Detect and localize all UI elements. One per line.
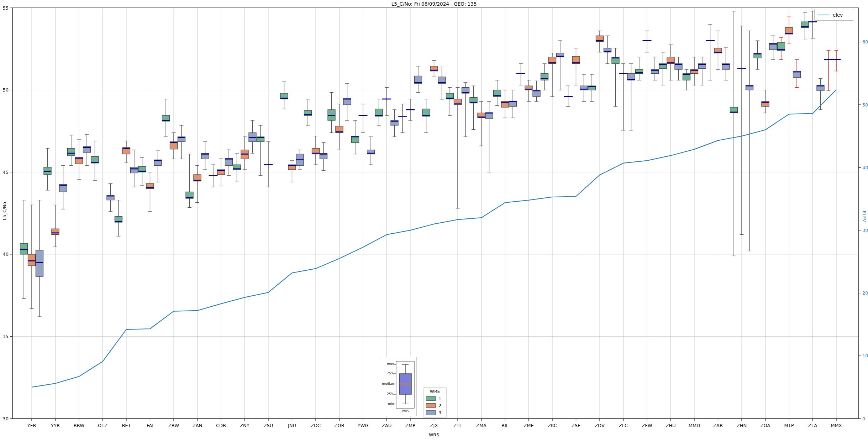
inset-label-min: min	[380, 402, 394, 405]
elev-legend-label: elev	[833, 12, 843, 18]
svg-text:ZTL: ZTL	[453, 423, 462, 428]
x-axis-label: WRS	[0, 432, 868, 437]
elev-legend: elev	[814, 9, 854, 21]
svg-text:40: 40	[862, 165, 868, 170]
svg-text:0: 0	[862, 416, 865, 421]
svg-text:ZAU: ZAU	[382, 423, 391, 428]
svg-text:ZSE: ZSE	[572, 423, 580, 428]
svg-text:OTZ: OTZ	[98, 423, 107, 428]
svg-text:YWG: YWG	[357, 423, 369, 428]
wre2-swatch-icon	[426, 403, 436, 408]
elev-line-icon	[818, 15, 830, 15]
svg-text:10: 10	[862, 353, 868, 358]
wre-legend-item-2: 2	[426, 403, 444, 408]
chart-title: L5_C/No: Fri 08/09/2024 - GEO: 135	[0, 1, 868, 7]
svg-text:ZFW: ZFW	[642, 423, 652, 428]
wre-legend-item-3: 3	[426, 410, 444, 415]
svg-text:MTP: MTP	[784, 423, 794, 428]
svg-text:ZSU: ZSU	[264, 423, 273, 428]
svg-text:ZAB: ZAB	[713, 423, 723, 428]
svg-text:50: 50	[862, 102, 868, 108]
svg-text:35: 35	[2, 334, 9, 339]
svg-text:ZOB: ZOB	[334, 423, 344, 428]
svg-text:ZME: ZME	[524, 423, 533, 428]
svg-text:ZMA: ZMA	[476, 423, 486, 428]
svg-text:60: 60	[862, 39, 868, 45]
svg-text:ZLA: ZLA	[808, 423, 817, 428]
svg-text:BIL: BIL	[501, 423, 509, 428]
svg-text:40: 40	[2, 251, 9, 257]
svg-text:FAI: FAI	[147, 423, 153, 428]
svg-text:30: 30	[2, 416, 9, 421]
svg-text:ZDV: ZDV	[595, 423, 605, 428]
figure: 3035404550550102030405060YFBYYRBRWOTZBET…	[0, 0, 868, 441]
svg-text:BRW: BRW	[74, 423, 84, 428]
boxplots	[20, 11, 841, 317]
wre-legend-item-1: 1	[426, 396, 444, 401]
inset-label-max: max	[380, 362, 394, 366]
x-axis: YFBYYRBRWOTZBETFAIZBWZANCDBZNYZSUJNUZDCZ…	[27, 419, 842, 428]
boxplot-key-diagram	[380, 357, 416, 415]
wre3-label: 3	[438, 410, 441, 415]
svg-text:ZKC: ZKC	[548, 423, 557, 428]
svg-text:MMX: MMX	[831, 423, 842, 428]
boxplot-key-inset: max 75% median 25% min WRS	[380, 357, 416, 416]
inset-xaxis-label: WRS	[396, 410, 415, 413]
svg-text:JNU: JNU	[288, 423, 296, 428]
y-axis-label-left: L5_C/No	[2, 197, 7, 225]
wre2-label: 2	[438, 403, 441, 408]
svg-text:ZJX: ZJX	[430, 423, 438, 428]
svg-text:BET: BET	[122, 423, 131, 428]
inset-label-median: median	[380, 382, 394, 385]
svg-text:ZHU: ZHU	[666, 423, 675, 428]
wre1-label: 1	[438, 396, 441, 401]
svg-text:ZBW: ZBW	[168, 423, 179, 428]
svg-text:ZLC: ZLC	[619, 423, 628, 428]
svg-text:CDB: CDB	[216, 423, 226, 428]
wre-legend: WRE 1 2 3	[423, 387, 447, 418]
svg-text:ZHN: ZHN	[737, 423, 747, 428]
inset-label-75: 75%	[380, 372, 394, 375]
y-axis-label-right: ELEV	[862, 204, 867, 229]
svg-text:ZNY: ZNY	[240, 423, 249, 428]
svg-text:ZOA: ZOA	[761, 423, 770, 428]
svg-text:YYR: YYR	[51, 423, 60, 428]
svg-text:ZDC: ZDC	[311, 423, 321, 428]
svg-text:50: 50	[2, 87, 9, 93]
wre-legend-title: WRE	[426, 389, 444, 394]
wre3-swatch-icon	[426, 410, 436, 415]
svg-text:MMD: MMD	[689, 423, 700, 428]
svg-text:45: 45	[2, 170, 9, 175]
y-axis-right: 0102030405060	[858, 39, 868, 421]
svg-text:ZAN: ZAN	[193, 423, 202, 428]
chart-canvas: 3035404550550102030405060YFBYYRBRWOTZBET…	[0, 0, 868, 441]
inset-label-25: 25%	[380, 392, 394, 396]
svg-text:YFB: YFB	[27, 423, 36, 428]
wre1-swatch-icon	[426, 396, 436, 401]
svg-text:20: 20	[862, 290, 868, 296]
svg-text:ZMP: ZMP	[405, 423, 415, 428]
